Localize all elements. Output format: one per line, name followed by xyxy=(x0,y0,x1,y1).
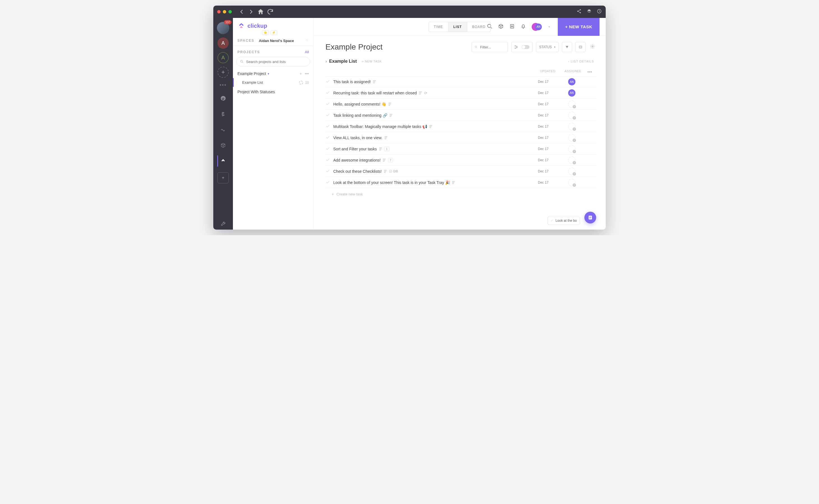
user-menu[interactable]: AN xyxy=(532,23,543,31)
task-assignee[interactable] xyxy=(559,101,584,108)
wave-icon[interactable] xyxy=(218,124,229,135)
workspace-a2[interactable]: A xyxy=(218,52,229,63)
col-more-icon[interactable]: ••• xyxy=(585,69,594,74)
filter-icon[interactable] xyxy=(562,42,572,52)
col-updated[interactable]: UPDATED xyxy=(535,69,560,74)
task-row[interactable]: Multitask Toolbar: Magically manage mult… xyxy=(325,121,596,132)
task-row[interactable]: Look at the bottom of your screen! This … xyxy=(325,177,596,188)
pinterest-icon[interactable] xyxy=(218,93,229,104)
more-workspaces[interactable]: ••• xyxy=(220,82,227,88)
task-row[interactable]: Task linking and mentioning 🔗Dec 17 xyxy=(325,110,596,121)
task-row[interactable]: Check out these Checklists!☑0/8Dec 17 xyxy=(325,166,596,177)
task-title[interactable]: Recurring task: this task will restart w… xyxy=(333,91,527,95)
task-assignee[interactable] xyxy=(559,179,584,186)
user-avatar[interactable]: 137 xyxy=(217,22,229,34)
collapse-sidebar-icon[interactable] xyxy=(304,38,309,43)
checkmark-icon[interactable] xyxy=(325,180,330,185)
checkmark-icon[interactable] xyxy=(325,113,330,118)
new-task-button[interactable]: + NEW TASK xyxy=(558,18,599,36)
task-title[interactable]: This task is assigned! xyxy=(333,80,527,84)
share-icon[interactable] xyxy=(576,9,581,15)
checkmark-icon[interactable] xyxy=(325,146,330,152)
checkmark-icon[interactable] xyxy=(325,157,330,163)
add-list-icon[interactable]: + xyxy=(300,71,302,76)
task-title[interactable]: Task linking and mentioning 🔗 xyxy=(333,113,527,118)
task-assignee[interactable] xyxy=(559,134,584,141)
task-assignee[interactable] xyxy=(559,112,584,119)
close-window[interactable] xyxy=(217,10,221,13)
checkmark-icon[interactable] xyxy=(325,101,330,107)
task-row[interactable]: This task is assigned!Dec 17AN xyxy=(325,76,596,87)
cube-icon[interactable] xyxy=(498,24,504,30)
hierarchy-toggle[interactable] xyxy=(511,42,532,52)
checkmark-icon[interactable] xyxy=(325,124,330,129)
task-row[interactable]: Sort and Filter your tasks1Dec 17 xyxy=(325,143,596,155)
checkmark-icon[interactable] xyxy=(325,90,330,96)
checkmark-icon[interactable] xyxy=(325,169,330,174)
task-title[interactable]: Multitask Toolbar: Magically manage mult… xyxy=(333,124,527,129)
create-task-row[interactable]: + Create new task xyxy=(314,188,606,196)
maximize-window[interactable] xyxy=(229,10,232,13)
checkmark-icon[interactable] xyxy=(325,135,330,141)
notepad-fab[interactable] xyxy=(584,212,596,223)
minimize-window[interactable] xyxy=(223,10,226,13)
list-details-link[interactable]: › LIST DETAILS xyxy=(568,60,594,63)
task-assignee[interactable] xyxy=(559,123,584,130)
tab-time[interactable]: TIME xyxy=(429,22,448,32)
task-assignee[interactable] xyxy=(559,145,584,153)
columns-icon[interactable] xyxy=(575,42,585,52)
add-workspace[interactable]: + xyxy=(218,67,229,78)
projects-all-link[interactable]: All xyxy=(305,50,309,54)
home-icon[interactable] xyxy=(257,8,264,15)
chevron-right-icon[interactable]: › xyxy=(325,59,327,64)
task-title[interactable]: Hello, assigned comments! 👋 xyxy=(333,102,527,106)
settings-wrench-icon[interactable] xyxy=(218,218,229,230)
list-new-task[interactable]: + NEW TASK xyxy=(362,60,382,63)
task-row[interactable]: Hello, assigned comments! 👋Dec 17 xyxy=(325,99,596,110)
task-title[interactable]: Check out these Checklists!☑0/8 xyxy=(333,169,527,174)
task-assignee[interactable] xyxy=(559,157,584,164)
filter-input[interactable] xyxy=(471,42,508,52)
clickup-rail-icon[interactable] xyxy=(217,155,229,167)
add-app[interactable]: + xyxy=(218,172,229,183)
settings-gear-icon[interactable] xyxy=(589,44,596,50)
project-more-icon[interactable]: ••• xyxy=(305,71,309,76)
status-filter[interactable]: STATUS ▾ xyxy=(536,42,558,52)
history-icon[interactable] xyxy=(597,9,602,15)
nav-forward[interactable] xyxy=(248,8,255,15)
task-title[interactable]: Look at the bottom of your screen! This … xyxy=(333,180,527,185)
paypal-icon[interactable] xyxy=(218,108,229,120)
task-row[interactable]: Add awesome integrations!7Dec 17 xyxy=(325,155,596,166)
sidebar-project-example[interactable]: Example Project ▾ + ••• xyxy=(233,69,313,78)
task-row[interactable]: Recurring task: this task will restart w… xyxy=(325,87,596,99)
toggle-switch[interactable] xyxy=(522,45,529,49)
list-title[interactable]: Example List xyxy=(329,59,357,64)
task-row[interactable]: View ALL tasks, in one view.Dec 17 xyxy=(325,132,596,143)
task-title[interactable]: Add awesome integrations!7 xyxy=(333,158,527,162)
layers-icon[interactable] xyxy=(586,9,592,15)
workspace-a1[interactable]: A xyxy=(218,38,229,49)
task-title[interactable]: Sort and Filter your tasks1 xyxy=(333,147,527,151)
svg-rect-14 xyxy=(515,46,516,46)
col-assignee[interactable]: ASSIGNEE xyxy=(560,69,585,74)
task-assignee[interactable]: AN xyxy=(559,89,584,97)
checkmark-icon[interactable] xyxy=(325,79,330,85)
filter-field[interactable] xyxy=(480,45,505,49)
task-assignee[interactable]: AN xyxy=(559,78,584,85)
search-projects-input[interactable] xyxy=(236,57,310,66)
space-name[interactable]: Aidan Nerol's Space xyxy=(259,39,294,43)
tab-list[interactable]: LIST xyxy=(448,22,467,32)
search-field[interactable] xyxy=(246,60,306,64)
bell-icon[interactable] xyxy=(520,24,526,30)
user-menu-chevron[interactable]: ▾ xyxy=(548,25,550,28)
box-icon[interactable] xyxy=(218,140,229,151)
sidebar-project-statuses[interactable]: Project With Statuses xyxy=(233,87,313,97)
sidebar-list-example[interactable]: Example List 10 xyxy=(233,78,313,87)
task-tray-item[interactable]: ✓ Look at the bo xyxy=(547,217,580,225)
dashboard-icon[interactable] xyxy=(509,24,515,30)
task-title[interactable]: View ALL tasks, in one view. xyxy=(333,136,527,140)
reload-icon[interactable] xyxy=(267,8,274,15)
task-assignee[interactable] xyxy=(559,168,584,175)
nav-back[interactable] xyxy=(238,8,245,15)
tab-board[interactable]: BOARD xyxy=(467,22,490,32)
